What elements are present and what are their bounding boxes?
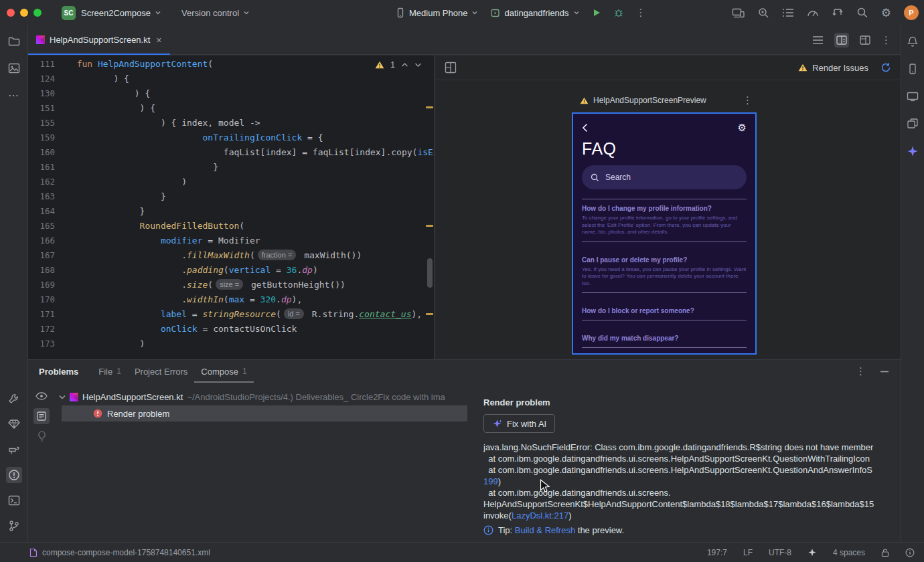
profiler-icon[interactable] (807, 7, 819, 18)
warning-icon (798, 64, 807, 72)
detail-view-icon[interactable] (33, 408, 50, 424)
preview-card: HelpAndSupportScreenPreview ⋮ ⚙ FAQ Sear… (572, 94, 757, 355)
inspection-widget[interactable]: 1 (372, 59, 425, 71)
preview-card-header[interactable]: HelpAndSupportScreenPreview ⋮ (572, 94, 757, 107)
app-quality-insights-icon[interactable] (6, 416, 22, 432)
preview-eye-icon[interactable] (33, 388, 50, 404)
run-button[interactable] (588, 5, 605, 20)
gemini-icon[interactable] (905, 143, 921, 159)
ai-sparkle-icon (492, 419, 502, 429)
refresh-preview-icon[interactable] (880, 62, 891, 73)
debug-button[interactable] (609, 5, 628, 21)
search-everywhere-icon[interactable] (856, 7, 868, 19)
build-refresh-link[interactable]: Build & Refresh (515, 525, 575, 535)
code-editor[interactable]: 111 fun HelpAndSupportContent(124 ) {130… (28, 56, 434, 359)
quick-fix-bulb-icon[interactable] (33, 428, 50, 444)
compose-preview-pane: Render Issues HelpAndSupportScreenPrevie… (435, 56, 901, 359)
render-issues-button[interactable]: Render Issues (798, 63, 868, 73)
close-window-button[interactable] (7, 9, 15, 17)
more-run-actions-icon[interactable]: ⋮ (632, 4, 650, 21)
build-icon[interactable] (6, 442, 22, 458)
run-configuration-selector[interactable]: datingandfriends (486, 5, 583, 21)
fix-with-ai-button[interactable]: Fix with AI (483, 414, 555, 433)
version-control-icon[interactable] (6, 518, 22, 534)
code-line: 151 ) { (28, 101, 434, 116)
layout-inspector-icon[interactable] (905, 116, 921, 132)
file-encoding[interactable]: UTF-8 (769, 548, 791, 557)
warning-stripe-mark[interactable] (426, 106, 433, 108)
ai-search-icon[interactable] (757, 7, 769, 19)
panel-options-icon[interactable]: ⋮ (856, 365, 866, 377)
more-tool-windows-icon[interactable]: ⋯ (6, 87, 22, 103)
tab-compose[interactable]: Compose1 (194, 360, 253, 383)
minimize-window-button[interactable] (20, 9, 28, 17)
device-mirroring-icon[interactable] (732, 7, 745, 19)
settings-gear-icon[interactable]: ⚙ (881, 6, 891, 19)
running-devices-icon[interactable] (905, 88, 921, 104)
chevron-down-icon (155, 9, 161, 16)
code-line: 166 modifier = Modifier (28, 233, 434, 248)
editor-layout-icon[interactable] (860, 35, 870, 45)
faq-item: How do I block or report someone? (582, 293, 747, 320)
hide-panel-icon[interactable] (880, 371, 889, 373)
preview-view-mode-icon[interactable] (445, 62, 457, 74)
kotlin-file-icon (70, 393, 78, 401)
indent-setting[interactable]: 4 spaces (833, 548, 865, 557)
info-status-icon[interactable] (905, 548, 915, 557)
code-line: 170 .widthIn(max = 320.dp), (28, 292, 434, 307)
next-problem-icon[interactable] (414, 62, 422, 68)
code-line: 155 ) { index, model -> (28, 116, 434, 130)
problems-file-row[interactable]: HelpAndSupportScreen.kt ~/AndroidStudioP… (59, 389, 464, 405)
line-number: 151 (28, 101, 55, 116)
maximize-window-button[interactable] (33, 9, 42, 17)
line-ending[interactable]: LF (743, 548, 753, 557)
terminal-icon[interactable] (6, 492, 22, 508)
readonly-lock-icon[interactable] (881, 548, 889, 557)
vcs-selector[interactable]: Version control (177, 5, 254, 21)
editor-options-icon[interactable]: ⋮ (881, 34, 891, 46)
project-selector[interactable]: Screen2Compose (77, 5, 165, 21)
prev-problem-icon[interactable] (401, 62, 408, 68)
search-placeholder: Search (605, 173, 631, 182)
chevron-expanded-icon[interactable] (59, 395, 66, 399)
trace-link[interactable]: 199 (483, 476, 498, 486)
preview-options-icon[interactable]: ⋮ (743, 94, 753, 107)
faq-screen-title: FAQ (582, 139, 747, 159)
warning-stripe-mark[interactable] (426, 225, 433, 227)
project-name: Screen2Compose (81, 8, 151, 18)
notifications-bell-icon[interactable] (905, 33, 921, 50)
line-number: 167 (28, 248, 55, 263)
editor-scrollbar[interactable] (427, 258, 433, 288)
device-manager-icon[interactable] (905, 61, 921, 77)
caret-position[interactable]: 197:7 (707, 548, 727, 557)
problems-body: HelpAndSupportScreen.kt ~/AndroidStudioP… (28, 383, 901, 542)
sync-gradle-icon[interactable] (832, 7, 844, 18)
code-line: 160 faqList[index] = faqList[index].copy… (28, 145, 434, 160)
split-editor-icon[interactable] (834, 33, 849, 48)
resource-manager-icon[interactable] (6, 60, 22, 76)
project-folder-icon[interactable] (6, 33, 22, 50)
problems-icon[interactable] (6, 467, 22, 483)
status-file[interactable]: compose-compose-model-1758748140651.xml (29, 548, 210, 557)
editor-tab[interactable]: HelpAndSupportScreen.kt × (28, 25, 170, 55)
editor-tab-bar: HelpAndSupportScreen.kt × ⋮ (28, 25, 901, 55)
code-line: 167 .fillMaxWidth(fraction = maxWidth()) (28, 248, 434, 263)
project-badge: SC (62, 6, 76, 20)
preview-frame[interactable]: ⚙ FAQ Search How do I change my profile … (572, 112, 757, 355)
trace-link[interactable]: LazyDsl.kt:217 (512, 510, 568, 521)
code-line: 169 .size(size = getButtonHeight()) (28, 278, 434, 292)
tab-project-errors[interactable]: Project Errors (128, 360, 194, 383)
render-problem-row[interactable]: Render problem (62, 405, 467, 421)
tab-file[interactable]: File1 (92, 360, 128, 383)
ai-status-icon[interactable] (807, 548, 817, 557)
preview-name: HelpAndSupportScreenPreview (593, 96, 706, 105)
build-variants-icon[interactable] (6, 391, 22, 407)
device-selector[interactable]: Medium Phone (392, 5, 482, 21)
line-number: 161 (28, 160, 55, 175)
problems-tool-window: Problems File1Project ErrorsCompose1 ⋮ H… (28, 359, 901, 542)
warning-stripe-mark[interactable] (426, 313, 433, 315)
todo-list-icon[interactable] (782, 7, 794, 18)
close-tab-icon[interactable]: × (156, 35, 161, 45)
user-avatar[interactable]: P (904, 5, 919, 20)
file-list-icon[interactable] (812, 35, 824, 45)
